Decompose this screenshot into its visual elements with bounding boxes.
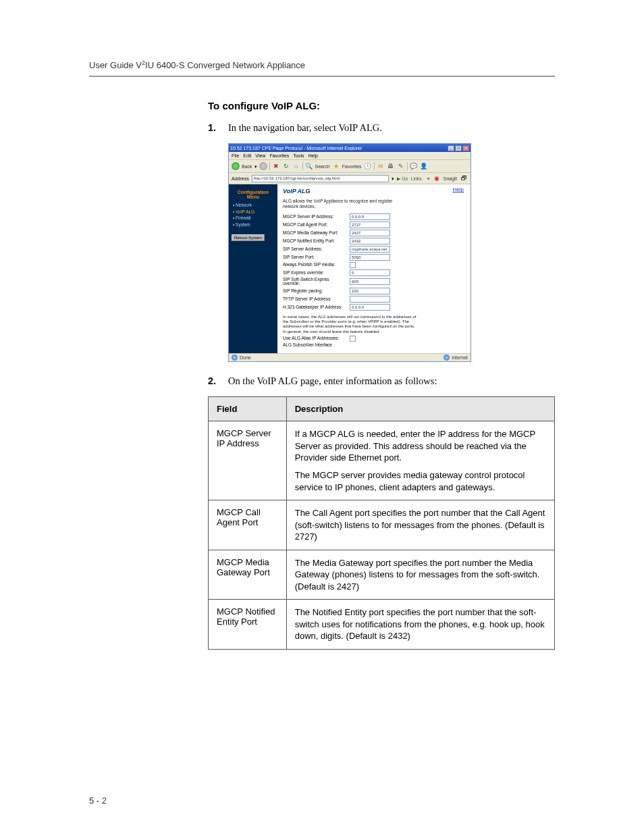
address-input[interactable]: http://10.52.173.187/cgi-bin/config/voip… xyxy=(252,175,390,182)
form-input[interactable]: 2727 xyxy=(350,221,390,228)
status-bar: Done Internet xyxy=(229,353,471,361)
form-input[interactable]: 5060 xyxy=(350,254,390,261)
form-row: SIP Server Port:5060 xyxy=(283,254,465,261)
menu-help[interactable]: Help xyxy=(308,153,318,158)
form-row: SIP Register pacing:100 xyxy=(283,288,465,294)
minimize-icon[interactable]: _ xyxy=(448,145,454,151)
th-description: Description xyxy=(286,397,554,421)
maximize-icon[interactable]: □ xyxy=(455,145,462,151)
cell-description: The Notified Entity port specifies the p… xyxy=(286,600,554,650)
form-label: SIP Register pacing: xyxy=(283,289,347,294)
snagit-label[interactable]: SnagIt xyxy=(444,176,457,181)
help-link[interactable]: Help xyxy=(453,187,464,192)
status-done: Done xyxy=(240,355,251,360)
form-input[interactable]: 0 xyxy=(350,269,390,276)
form-row: SIP Expires override:0 xyxy=(283,269,465,276)
cell-field: MGCP Server IP Address xyxy=(209,421,287,500)
stop-icon[interactable]: ✖ xyxy=(272,162,280,170)
form-checkbox[interactable] xyxy=(350,262,356,268)
search-icon[interactable]: 🔍 xyxy=(305,162,313,170)
form-label: SIP Soft-Switch Expires override: xyxy=(283,278,347,286)
sidebar-item-network[interactable]: • Network xyxy=(233,203,275,208)
form-input[interactable]: 600 xyxy=(350,278,390,285)
cell-field: MGCP Notified Entity Port xyxy=(209,600,287,650)
discuss-icon[interactable]: 💬 xyxy=(410,162,418,170)
form-label: TFTP Server IP Address: xyxy=(283,297,347,302)
cell-field: MGCP Media Gateway Port xyxy=(209,550,287,600)
form-row: SIP Soft-Switch Expires override:600 xyxy=(283,278,465,286)
page-header: User Guide V2IU 6400-S Converged Network… xyxy=(89,59,555,77)
favorites-icon[interactable]: ★ xyxy=(332,162,340,170)
menu-favorites[interactable]: Favorites xyxy=(269,153,289,158)
history-icon[interactable]: 🕓 xyxy=(364,162,372,170)
sidebar-item-firewall[interactable]: • Firewall xyxy=(233,216,275,221)
config-sidebar: Configuration Menu • Network • VoIP ALG … xyxy=(229,184,277,353)
field-description-table: Field Description MGCP Server IP Address… xyxy=(208,396,555,650)
form-label: MGCP Call Agent Port: xyxy=(283,223,347,228)
menu-edit[interactable]: Edit xyxy=(243,153,251,158)
main-description: ALG allows the VoIP Appliance to recogni… xyxy=(283,199,404,209)
sidebar-item-voip-alg[interactable]: • VoIP ALG xyxy=(233,210,275,215)
form-input[interactable]: 2432 xyxy=(350,238,390,244)
main-title: VoIP ALG xyxy=(283,188,465,194)
form-input[interactable]: 0.0.0.0 xyxy=(350,213,390,220)
form-input[interactable] xyxy=(350,296,390,303)
menu-tools[interactable]: Tools xyxy=(293,153,304,158)
form-row: MGCP Notified Entity Port:2432 xyxy=(283,238,465,244)
cell-description: If a MGCP ALG is needed, enter the IP ad… xyxy=(286,421,554,500)
sidebar-item-system[interactable]: • System xyxy=(233,223,275,228)
alias-checkbox[interactable] xyxy=(350,336,356,342)
step-text: On the VoIP ALG page, enter information … xyxy=(228,374,555,388)
print-icon[interactable]: 🖶 xyxy=(387,162,395,170)
form-row: MGCP Media Gateway Port:2427 xyxy=(283,230,465,236)
form-input[interactable]: 100 xyxy=(350,288,390,294)
form-label: SIP Expires override: xyxy=(283,271,347,276)
reboot-button[interactable]: Reboot System xyxy=(232,234,265,241)
search-label[interactable]: Search xyxy=(315,164,330,169)
form-label: SIP Server Address: xyxy=(283,247,347,252)
cell-field: MGCP Call Agent Port xyxy=(209,500,287,550)
window-titlebar: 10.52.173.187 CPE Page Protocol - Micros… xyxy=(229,144,471,152)
form-input[interactable]: 0.0.0.0 xyxy=(350,304,390,311)
form-row: H.323 Gatekeeper IP Address:0.0.0.0 xyxy=(283,304,465,311)
back-label[interactable]: Back xyxy=(242,164,252,169)
go-button[interactable]: ▶ Go xyxy=(397,176,408,181)
mail-icon[interactable]: ✉ xyxy=(377,162,385,170)
alg-note: In some cases, the ALG addresses will no… xyxy=(283,315,418,334)
form-input[interactable]: myphone.avaya.net xyxy=(350,246,390,253)
form-label: H.323 Gatekeeper IP Address: xyxy=(283,305,347,310)
snagit-icon[interactable]: ◉ xyxy=(433,174,441,182)
sidebar-heading: Configuration Menu xyxy=(232,190,275,199)
close-icon[interactable]: × xyxy=(462,145,469,151)
table-row: MGCP Call Agent PortThe Call Agent port … xyxy=(209,500,555,550)
home-icon[interactable]: ⌂ xyxy=(292,162,300,170)
embedded-screenshot: 10.52.173.187 CPE Page Protocol - Micros… xyxy=(228,143,471,362)
form-row: MGCP Server IP Address:0.0.0.0 xyxy=(283,213,465,220)
menu-file[interactable]: File xyxy=(232,153,239,158)
step-text: In the navigation bar, select VoIP ALG. xyxy=(228,121,555,135)
links-label[interactable]: Links xyxy=(411,176,422,181)
sub-iface-label: ALG Subscriber Interface xyxy=(283,343,347,348)
window-title: 10.52.173.187 CPE Page Protocol - Micros… xyxy=(230,146,362,151)
back-icon[interactable] xyxy=(232,162,240,170)
forward-icon[interactable] xyxy=(259,162,267,170)
menu-view[interactable]: View xyxy=(255,153,265,158)
table-row: MGCP Media Gateway PortThe Media Gateway… xyxy=(209,550,555,600)
step-number: 1. xyxy=(208,121,228,135)
form-input[interactable]: 2427 xyxy=(350,230,390,236)
main-panel: Help VoIP ALG ALG allows the VoIP Applia… xyxy=(277,184,471,353)
refresh-icon[interactable]: ↻ xyxy=(282,162,290,170)
form-row: Always Publish SIP media: xyxy=(283,262,465,268)
step-1: 1. In the navigation bar, select VoIP AL… xyxy=(208,121,555,135)
table-row: MGCP Server IP AddressIf a MGCP ALG is n… xyxy=(209,421,555,500)
zone-globe-icon xyxy=(444,355,450,361)
edit-icon[interactable]: ✎ xyxy=(397,162,405,170)
step-2: 2. On the VoIP ALG page, enter informati… xyxy=(208,374,555,388)
form-label: MGCP Media Gateway Port: xyxy=(283,231,347,236)
favorites-label[interactable]: Favorites xyxy=(342,164,362,169)
messenger-icon[interactable]: 👤 xyxy=(420,162,428,170)
snagit-toggle-icon[interactable]: 🗗 xyxy=(460,174,468,182)
form-label: MGCP Notified Entity Port: xyxy=(283,239,347,244)
address-bar: Address http://10.52.173.187/cgi-bin/con… xyxy=(229,173,471,184)
form-label: MGCP Server IP Address: xyxy=(283,215,347,219)
